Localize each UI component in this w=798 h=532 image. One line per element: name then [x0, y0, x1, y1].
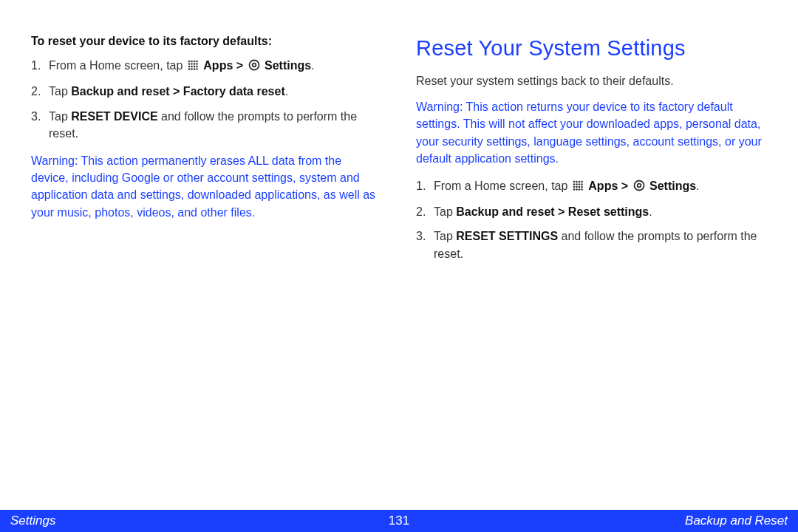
- svg-point-23: [576, 183, 578, 185]
- svg-point-28: [579, 186, 581, 188]
- svg-point-32: [579, 188, 581, 191]
- right-warning: Warning: This action returns your device…: [416, 98, 767, 167]
- apps-label: Apps >: [588, 180, 631, 192]
- svg-point-4: [188, 63, 191, 65]
- apps-label: Apps >: [203, 59, 246, 72]
- svg-point-18: [573, 181, 576, 183]
- left-warning: Warning: This action permanently erases …: [31, 152, 382, 221]
- right-step-1: From a Home screen, tap Apps >: [416, 177, 767, 196]
- svg-point-10: [194, 66, 196, 68]
- step-text: Tap: [49, 85, 71, 98]
- svg-point-29: [581, 186, 583, 188]
- period: .: [649, 205, 652, 218]
- svg-point-14: [194, 68, 196, 70]
- settings-gear-icon: [633, 179, 645, 196]
- svg-point-12: [188, 68, 191, 70]
- right-step-2: Tap Backup and reset > Reset settings.: [416, 203, 767, 220]
- right-step-3: Tap RESET SETTINGS and follow the prompt…: [416, 228, 767, 262]
- svg-point-25: [581, 183, 583, 185]
- warning-text: : This action permanently erases ALL dat…: [31, 154, 375, 219]
- svg-point-26: [573, 186, 576, 188]
- svg-point-1: [191, 61, 193, 63]
- svg-point-22: [573, 183, 576, 185]
- svg-point-17: [252, 64, 256, 67]
- left-step-3: Tap RESET DEVICE and follow the prompts …: [31, 108, 382, 142]
- warning-label: Warning: [31, 154, 75, 167]
- apps-grid-icon: [573, 179, 584, 196]
- svg-point-27: [576, 186, 578, 188]
- settings-label: Settings: [649, 180, 696, 192]
- svg-point-30: [573, 188, 576, 191]
- svg-point-19: [576, 181, 578, 183]
- warning-text: : This action returns your device to its…: [416, 100, 762, 165]
- svg-point-3: [196, 61, 198, 63]
- settings-gear-icon: [248, 58, 260, 75]
- right-column: Reset Your System Settings Reset your sy…: [416, 33, 767, 273]
- svg-point-35: [637, 184, 641, 188]
- svg-point-20: [579, 181, 581, 183]
- step-text: Tap: [434, 230, 456, 242]
- step-text: From a Home screen, tap: [434, 180, 571, 192]
- svg-point-16: [249, 61, 259, 70]
- right-steps: From a Home screen, tap Apps >: [416, 177, 767, 262]
- page-footer: Settings 131 Backup and Reset: [0, 510, 798, 532]
- step-text: From a Home screen, tap: [49, 59, 186, 72]
- left-steps: From a Home screen, tap Apps >: [31, 57, 382, 142]
- period: .: [696, 180, 699, 192]
- step-bold: RESET SETTINGS: [456, 230, 558, 242]
- svg-point-15: [196, 68, 198, 70]
- svg-point-31: [576, 188, 578, 191]
- svg-point-24: [579, 183, 581, 185]
- footer-right: Backup and Reset: [685, 514, 788, 528]
- settings-label: Settings: [265, 59, 311, 72]
- svg-point-11: [196, 66, 198, 68]
- svg-point-7: [196, 63, 198, 65]
- apps-grid-icon: [188, 58, 199, 75]
- left-step-1: From a Home screen, tap Apps >: [31, 57, 382, 75]
- svg-point-8: [188, 66, 191, 68]
- step-bold: Backup and reset > Reset settings: [456, 205, 649, 218]
- right-title: Reset Your System Settings: [416, 33, 767, 64]
- page-number: 131: [389, 514, 409, 528]
- step-text: Tap: [49, 110, 71, 123]
- two-column-content: To reset your device to its factory defa…: [0, 0, 798, 273]
- left-step-2: Tap Backup and reset > Factory data rese…: [31, 83, 382, 100]
- period: .: [285, 85, 288, 98]
- svg-point-21: [581, 181, 583, 183]
- left-subhead: To reset your device to its factory defa…: [31, 33, 382, 50]
- footer-left: Settings: [10, 514, 55, 528]
- svg-point-6: [194, 63, 196, 65]
- svg-point-0: [188, 61, 191, 63]
- svg-point-2: [194, 61, 196, 63]
- step-bold: Backup and reset > Factory data reset: [71, 85, 284, 98]
- right-intro: Reset your system settings back to their…: [416, 72, 767, 89]
- warning-label: Warning: [416, 100, 460, 113]
- manual-page: To reset your device to its factory defa…: [0, 0, 798, 532]
- svg-point-9: [191, 66, 193, 68]
- svg-point-5: [191, 63, 193, 65]
- left-column: To reset your device to its factory defa…: [31, 33, 382, 273]
- svg-point-33: [581, 188, 583, 191]
- period: .: [311, 59, 314, 72]
- step-text: Tap: [434, 205, 456, 218]
- svg-point-34: [634, 180, 644, 190]
- step-bold: RESET DEVICE: [71, 110, 157, 123]
- svg-point-13: [191, 68, 193, 70]
